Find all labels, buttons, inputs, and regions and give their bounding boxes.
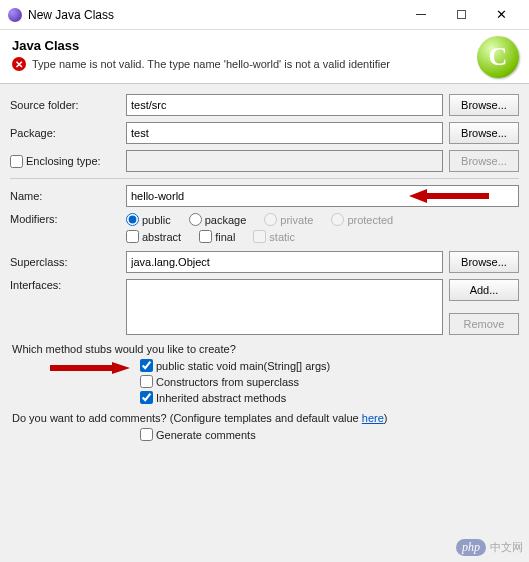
- add-interface-button[interactable]: Add...: [449, 279, 519, 301]
- superclass-input[interactable]: [126, 251, 443, 273]
- modifier-static-checkbox: [253, 230, 266, 243]
- source-folder-input[interactable]: [126, 94, 443, 116]
- modifier-public-radio[interactable]: [126, 213, 139, 226]
- watermark-php: php: [456, 539, 486, 556]
- browse-package-button[interactable]: Browse...: [449, 122, 519, 144]
- modifier-abstract-checkbox[interactable]: [126, 230, 139, 243]
- modifier-package[interactable]: package: [189, 213, 247, 226]
- modifiers-label: Modifiers:: [10, 213, 120, 225]
- package-label: Package:: [10, 127, 120, 139]
- modifier-private-radio: [264, 213, 277, 226]
- name-input[interactable]: [126, 185, 519, 207]
- dialog-header: Java Class ✕ Type name is not valid. The…: [0, 30, 529, 84]
- error-text: Type name is not valid. The type name 'h…: [32, 58, 390, 70]
- svg-marker-1: [50, 362, 130, 374]
- modifier-public[interactable]: public: [126, 213, 171, 226]
- enclosing-type-toggle[interactable]: Enclosing type:: [10, 155, 120, 168]
- package-input[interactable]: [126, 122, 443, 144]
- stub-inherited[interactable]: Inherited abstract methods: [140, 391, 519, 404]
- modifier-final-checkbox[interactable]: [199, 230, 212, 243]
- source-folder-label: Source folder:: [10, 99, 120, 111]
- annotation-arrow-icon: [50, 360, 130, 376]
- enclosing-type-input: [126, 150, 443, 172]
- generate-comments[interactable]: Generate comments: [140, 428, 519, 441]
- remove-interface-button: Remove: [449, 313, 519, 335]
- minimize-button[interactable]: [401, 0, 441, 30]
- page-title: Java Class: [12, 38, 517, 53]
- modifier-protected: protected: [331, 213, 393, 226]
- modifier-abstract[interactable]: abstract: [126, 230, 181, 243]
- stub-constructors-checkbox[interactable]: [140, 375, 153, 388]
- interfaces-label: Interfaces:: [10, 279, 120, 291]
- configure-templates-link[interactable]: here: [362, 412, 384, 424]
- close-button[interactable]: [481, 0, 521, 30]
- browse-superclass-button[interactable]: Browse...: [449, 251, 519, 273]
- modifier-private: private: [264, 213, 313, 226]
- modifier-protected-radio: [331, 213, 344, 226]
- window-title: New Java Class: [28, 8, 401, 22]
- browse-source-button[interactable]: Browse...: [449, 94, 519, 116]
- modifier-final[interactable]: final: [199, 230, 235, 243]
- stub-main-checkbox[interactable]: [140, 359, 153, 372]
- maximize-button[interactable]: [441, 0, 481, 30]
- stub-inherited-checkbox[interactable]: [140, 391, 153, 404]
- form-body: Source folder: Browse... Package: Browse…: [0, 84, 529, 454]
- watermark: php 中文网: [456, 539, 523, 556]
- error-message: ✕ Type name is not valid. The type name …: [12, 57, 517, 71]
- watermark-cn: 中文网: [490, 540, 523, 555]
- name-label: Name:: [10, 190, 120, 202]
- modifier-package-radio[interactable]: [189, 213, 202, 226]
- stub-constructors[interactable]: Constructors from superclass: [140, 375, 519, 388]
- class-banner-icon: C: [477, 36, 519, 78]
- titlebar: New Java Class: [0, 0, 529, 30]
- enclosing-type-label: Enclosing type:: [26, 155, 101, 167]
- divider: [10, 178, 519, 179]
- browse-enclosing-button: Browse...: [449, 150, 519, 172]
- eclipse-icon: [8, 8, 22, 22]
- enclosing-type-checkbox[interactable]: [10, 155, 23, 168]
- generate-comments-checkbox[interactable]: [140, 428, 153, 441]
- superclass-label: Superclass:: [10, 256, 120, 268]
- stub-main[interactable]: public static void main(String[] args): [140, 359, 519, 372]
- interfaces-list[interactable]: [126, 279, 443, 335]
- comments-question: Do you want to add comments? (Configure …: [12, 412, 519, 424]
- error-icon: ✕: [12, 57, 26, 71]
- stubs-question: Which method stubs would you like to cre…: [12, 343, 519, 355]
- modifier-static: static: [253, 230, 295, 243]
